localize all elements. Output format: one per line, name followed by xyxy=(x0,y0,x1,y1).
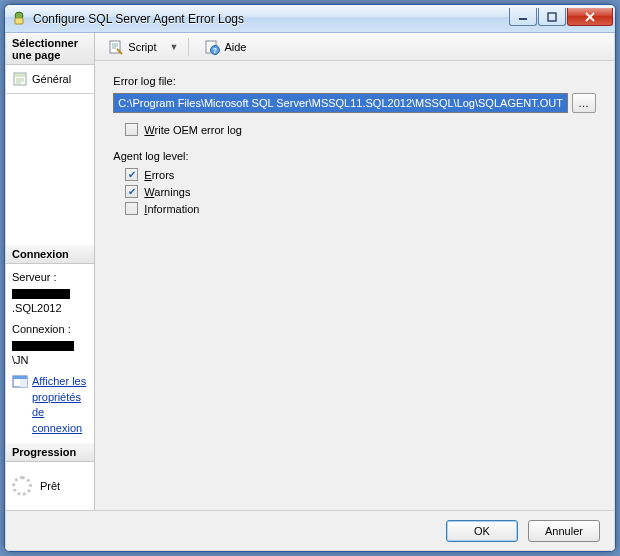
progress-spinner-icon xyxy=(12,476,32,496)
right-pane: Script ▼ ? Aide Error log file: C:\Progr… xyxy=(95,33,614,510)
connection-value: \JN xyxy=(12,338,88,369)
warnings-checkbox[interactable]: Warnings xyxy=(125,185,596,198)
script-dropdown-caret[interactable]: ▼ xyxy=(167,42,180,52)
minimize-button[interactable] xyxy=(509,8,537,26)
help-label: Aide xyxy=(224,41,246,53)
agent-log-level-label: Agent log level: xyxy=(113,150,596,162)
script-icon xyxy=(108,39,124,55)
connection-header: Connexion xyxy=(6,244,94,264)
page-nav: Général xyxy=(6,65,94,94)
page-icon xyxy=(12,71,28,87)
window-buttons xyxy=(508,8,613,26)
view-conn-props-link[interactable]: Afficher les propriétés de connexion xyxy=(32,374,88,436)
svg-text:?: ? xyxy=(213,47,217,54)
write-oem-label: Write OEM error log xyxy=(144,124,242,136)
progress-body: Prêt xyxy=(6,462,94,510)
script-button[interactable]: Script xyxy=(101,36,163,58)
svg-rect-1 xyxy=(15,18,23,24)
server-value: .SQL2012 xyxy=(12,285,88,316)
bottom-bar: OK Annuler xyxy=(6,510,614,550)
properties-icon xyxy=(12,374,28,394)
information-checkbox[interactable]: Information xyxy=(125,202,596,215)
close-button[interactable] xyxy=(567,8,613,26)
browse-button[interactable]: … xyxy=(572,93,596,113)
svg-rect-5 xyxy=(15,74,25,77)
view-conn-props-row: Afficher les propriétés de connexion xyxy=(12,374,88,436)
svg-rect-3 xyxy=(548,13,556,21)
nav-item-label: Général xyxy=(32,73,71,85)
svg-rect-8 xyxy=(20,379,27,387)
information-label: Information xyxy=(144,203,199,215)
dialog-window: Configure SQL Server Agent Error Logs Sé… xyxy=(4,4,616,552)
client-area: Sélectionner une page Général Connexion … xyxy=(5,33,615,551)
help-button[interactable]: ? Aide xyxy=(197,36,253,58)
ellipsis-icon: … xyxy=(578,97,590,109)
svg-rect-2 xyxy=(519,18,527,20)
select-page-header: Sélectionner une page xyxy=(6,33,94,65)
progress-header: Progression xyxy=(6,442,94,462)
nav-item-general[interactable]: Général xyxy=(10,69,90,89)
server-label: Serveur : xyxy=(12,270,88,285)
connection-body: Serveur : .SQL2012 Connexion : \JN Affic… xyxy=(6,264,94,442)
help-icon: ? xyxy=(204,39,220,55)
progress-status: Prêt xyxy=(40,480,60,492)
error-log-path-input[interactable]: C:\Program Files\Microsoft SQL Server\MS… xyxy=(113,93,568,113)
content-area: Error log file: C:\Program Files\Microso… xyxy=(95,61,614,510)
svg-rect-7 xyxy=(13,376,27,379)
redacted-server xyxy=(12,289,70,299)
connection-label: Connexion : xyxy=(12,322,88,337)
window-title: Configure SQL Server Agent Error Logs xyxy=(33,12,508,26)
errors-label: Errors xyxy=(144,169,174,181)
maximize-button[interactable] xyxy=(538,8,566,26)
left-pane: Sélectionner une page Général Connexion … xyxy=(6,33,95,510)
cancel-button[interactable]: Annuler xyxy=(528,520,600,542)
redacted-connection xyxy=(12,341,74,351)
toolbar: Script ▼ ? Aide xyxy=(95,33,614,61)
app-icon xyxy=(11,11,27,27)
script-label: Script xyxy=(128,41,156,53)
write-oem-checkbox[interactable]: Write OEM error log xyxy=(125,123,596,136)
toolbar-separator xyxy=(188,38,189,56)
ok-button[interactable]: OK xyxy=(446,520,518,542)
error-log-file-label: Error log file: xyxy=(113,75,596,87)
titlebar[interactable]: Configure SQL Server Agent Error Logs xyxy=(5,5,615,33)
warnings-label: Warnings xyxy=(144,186,190,198)
errors-checkbox[interactable]: Errors xyxy=(125,168,596,181)
